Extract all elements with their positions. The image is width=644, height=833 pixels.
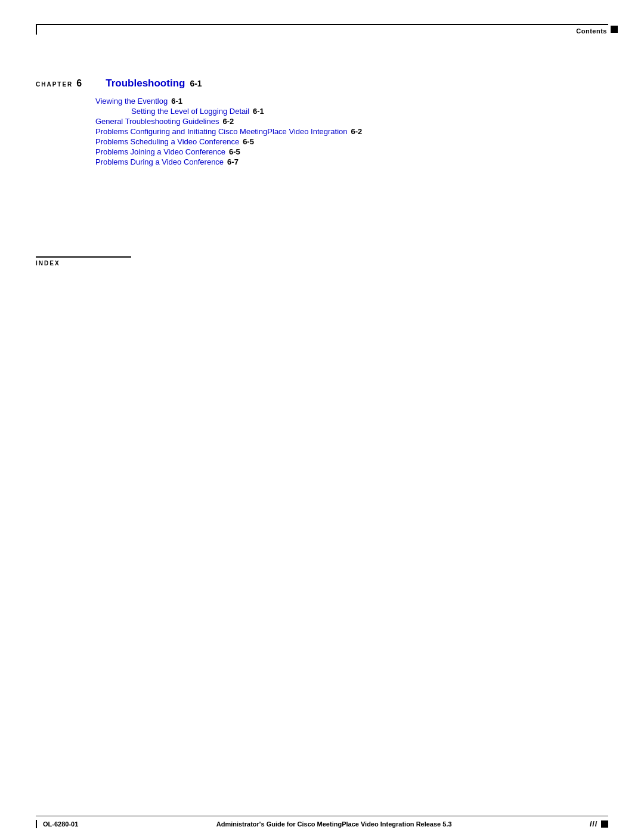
toc-entry-problems-configuring: Problems Configuring and Initiating Cisc… (36, 127, 608, 136)
toc-page-setting-logging: 6-1 (253, 107, 264, 116)
toc-entry-problems-joining: Problems Joining a Video Conference 6-5 (36, 147, 608, 156)
toc-entry-problems-during: Problems During a Video Conference 6-7 (36, 157, 608, 166)
chapter-title[interactable]: Troubleshooting (106, 78, 185, 89)
toc-entry-setting-logging: Setting the Level of Logging Detail 6-1 (36, 107, 608, 116)
chapter-label: CHAPTER (36, 81, 73, 88)
toc-page-problems-scheduling: 6-5 (243, 137, 254, 146)
footer: OL-6280-01 Administrator's Guide for Cis… (0, 816, 644, 834)
toc-page-problems-configuring: 6-2 (351, 127, 363, 136)
index-divider (36, 256, 131, 258)
footer-right: iii (590, 820, 608, 828)
toc-page-problems-joining: 6-5 (229, 147, 240, 156)
toc-link-setting-logging[interactable]: Setting the Level of Logging Detail (131, 107, 249, 116)
chapter-number: 6 (76, 78, 82, 89)
top-border (36, 24, 608, 25)
index-label[interactable]: Index (36, 260, 131, 267)
toc-link-problems-joining[interactable]: Problems Joining a Video Conference (95, 147, 225, 156)
toc-page-general-troubleshooting: 6-2 (222, 117, 234, 126)
chapter-header: CHAPTER 6 Troubleshooting 6-1 (36, 78, 608, 89)
left-bar-top (36, 24, 37, 35)
toc-entry-viewing-eventlog: Viewing the Eventlog 6-1 (36, 97, 608, 106)
footer-center-text: Administrator's Guide for Cisco MeetingP… (216, 820, 452, 828)
contents-label: Contents (576, 27, 607, 35)
toc-page-problems-during: 6-7 (227, 157, 239, 166)
footer-left-bar (36, 820, 37, 828)
toc-link-problems-configuring[interactable]: Problems Configuring and Initiating Cisc… (95, 127, 348, 136)
toc-page-viewing-eventlog: 6-1 (171, 97, 182, 106)
main-content: CHAPTER 6 Troubleshooting 6-1 Viewing th… (36, 78, 608, 168)
footer-page-number: iii (590, 820, 597, 828)
toc-link-problems-during[interactable]: Problems During a Video Conference (95, 157, 224, 166)
footer-left: OL-6280-01 (36, 820, 78, 828)
toc-entry-general-troubleshooting: General Troubleshooting Guidelines 6-2 (36, 117, 608, 126)
footer-doc-number: OL-6280-01 (43, 820, 78, 828)
toc-link-viewing-eventlog[interactable]: Viewing the Eventlog (95, 97, 168, 106)
index-section: Index (36, 256, 131, 267)
footer-content: OL-6280-01 Administrator's Guide for Cis… (0, 816, 644, 833)
footer-right-square (601, 820, 608, 828)
toc-link-problems-scheduling[interactable]: Problems Scheduling a Video Conference (95, 137, 239, 146)
chapter-page: 6-1 (190, 79, 202, 88)
toc-section: Viewing the Eventlog 6-1 Setting the Lev… (36, 97, 608, 166)
toc-entry-problems-scheduling: Problems Scheduling a Video Conference 6… (36, 137, 608, 146)
top-right-square (611, 26, 618, 33)
toc-link-general-troubleshooting[interactable]: General Troubleshooting Guidelines (95, 117, 219, 126)
